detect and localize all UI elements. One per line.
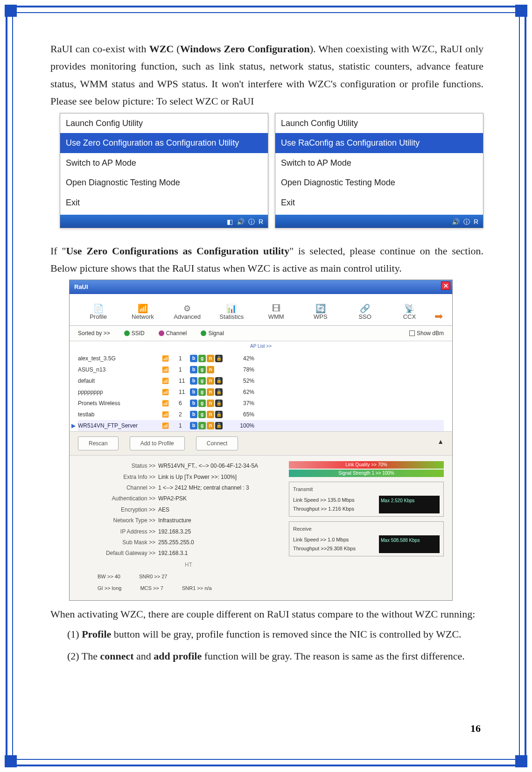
- text-bold: Use Zero Configurations as Configuration…: [66, 245, 289, 257]
- tab-sso[interactable]: 🔗SSO: [343, 299, 387, 325]
- mode-badge: n: [207, 400, 214, 407]
- signal-bar: [257, 412, 444, 417]
- ht-gi: GI >> long: [98, 584, 121, 593]
- tx-throughput: Throughput >> 1.216 Kbps: [293, 505, 374, 513]
- aplist-label: AP List >>: [70, 341, 452, 351]
- network-row[interactable]: testlab📶2bgn🔒65%: [78, 409, 444, 420]
- menu-item[interactable]: Launch Config Utility: [60, 113, 268, 133]
- mode-badge: b: [190, 411, 197, 418]
- text: and: [134, 650, 154, 662]
- network-row[interactable]: pppppppp📶11bgn🔒62%: [78, 386, 444, 398]
- network-row[interactable]: Pronets Wireless📶6bgn🔒37%: [78, 398, 444, 409]
- difference-list: (1) Profile button will be gray, profile…: [64, 625, 483, 665]
- menu-item[interactable]: Exit: [60, 193, 268, 213]
- checkbox-label: Show dBm: [417, 329, 444, 338]
- tab-network[interactable]: 📶Network: [120, 299, 165, 325]
- antenna-icon: 📶: [162, 387, 179, 397]
- tab-wmm[interactable]: 🎞WMM: [254, 299, 298, 325]
- sort-signal-radio[interactable]: Signal: [201, 329, 224, 338]
- page-number: 16: [470, 723, 481, 735]
- show-dbm-check[interactable]: Show dBm: [409, 329, 444, 338]
- checkbox-icon: [409, 330, 415, 336]
- text: (: [174, 43, 180, 55]
- link-quality-bar: Link Quality >> 70%: [289, 461, 444, 469]
- mode-badge: 🔒: [215, 400, 223, 407]
- add-to-profile-button[interactable]: Add to Profile: [130, 436, 185, 450]
- mode-badge: b: [190, 377, 197, 385]
- page-content: RaUI can co-exist with WZC (Windows Zero…: [50, 40, 483, 670]
- signal-percent: 42%: [237, 354, 257, 363]
- window-title: RaUI: [74, 283, 88, 290]
- raui-window: RaUI ✕ 📄Profile 📶Network ⚙Advanced 📊Stat…: [69, 280, 453, 600]
- menu-item[interactable]: Launch Config Utility: [275, 113, 483, 133]
- channel-value: 2: [179, 410, 190, 419]
- network-row[interactable]: ASUS_n13📶1bgn78%: [78, 364, 444, 375]
- radio-icon: [159, 330, 164, 336]
- tab-label: Network: [132, 313, 154, 320]
- sort-label: Sorted by >>: [78, 329, 110, 338]
- menu-item-selected[interactable]: Use RaConfig as Configuration Utility: [275, 133, 483, 153]
- menu-item[interactable]: Open Diagnostic Testing Mode: [60, 173, 268, 193]
- menu-item-selected[interactable]: Use Zero Configuration as Configuration …: [60, 133, 268, 153]
- menu-item[interactable]: Exit: [275, 193, 483, 213]
- connect-button[interactable]: Connect: [196, 436, 238, 450]
- signal-percent: 62%: [237, 387, 257, 397]
- sort-bar: Sorted by >> SSID Channel Signal Show dB…: [70, 326, 452, 341]
- menu-item[interactable]: Switch to AP Mode: [275, 153, 483, 173]
- tx-linkspeed: Link Speed >> 135.0 Mbps: [293, 496, 374, 505]
- mode-badge: b: [190, 400, 197, 407]
- mode-badge: g: [198, 411, 206, 418]
- sort-channel-radio[interactable]: Channel: [159, 329, 187, 338]
- network-list: alex_test_3.5G📶1bgn🔒42%ASUS_n13📶1bgn78%d…: [70, 351, 452, 431]
- close-icon[interactable]: ✕: [441, 281, 450, 290]
- detail-value: WR514VN_FT.. <--> 00-06-4F-12-34-5A: [158, 461, 280, 470]
- tab-profile[interactable]: 📄Profile: [76, 299, 120, 325]
- tab-wps[interactable]: 🔄WPS: [298, 299, 343, 325]
- ht-value: long: [112, 585, 122, 591]
- arrow-right-icon[interactable]: ➡: [432, 308, 446, 325]
- context-menu-left: Launch Config Utility Use Zero Configura…: [60, 113, 268, 228]
- collapse-icon[interactable]: ▲: [437, 436, 444, 450]
- tab-label: WMM: [268, 313, 284, 320]
- tab-statistics[interactable]: 📊Statistics: [210, 299, 254, 325]
- paragraph-middle: If "Use Zero Configurations as Configura…: [50, 242, 483, 277]
- ht-value: 40: [115, 574, 120, 579]
- receive-box: Receive Link Speed >> 1.0 Mbps Throughpu…: [289, 521, 444, 556]
- antenna-icon: 📶: [162, 354, 179, 363]
- box-title: Receive: [293, 525, 440, 533]
- tab-label: CCX: [403, 313, 416, 320]
- detail-label: IP Address >>: [98, 527, 158, 536]
- tx-spark-chart: Max 2.520 Kbps: [379, 496, 440, 513]
- sort-ssid-radio[interactable]: SSID: [124, 329, 145, 338]
- channel-value: 11: [179, 387, 190, 397]
- tab-label: Advanced: [174, 313, 201, 320]
- channel-value: 11: [179, 376, 190, 386]
- stats-icon: 📊: [210, 302, 254, 312]
- menu-item[interactable]: Switch to AP Mode: [60, 153, 268, 173]
- text-bold: Windows Zero Configuration: [180, 43, 310, 55]
- ht-row: BW >> 40 SNR0 >> 27: [98, 572, 280, 581]
- rescan-button[interactable]: Rescan: [78, 436, 119, 450]
- mode-badge: b: [190, 366, 197, 373]
- network-row[interactable]: alex_test_3.5G📶1bgn🔒42%: [78, 353, 444, 364]
- channel-value: 1: [179, 365, 190, 374]
- context-menus-row: Launch Config Utility Use Zero Configura…: [60, 113, 483, 228]
- rx-throughput: Throughput >>29.308 Kbps: [293, 544, 374, 553]
- mode-badge: n: [207, 411, 214, 418]
- detail-value: AES: [158, 505, 280, 514]
- signal-percent: 100%: [237, 421, 257, 430]
- tab-advanced[interactable]: ⚙Advanced: [165, 299, 210, 325]
- mode-badge: n: [207, 388, 214, 396]
- text: If ": [50, 245, 66, 257]
- tray-icons: ◧ 🔊 ⓘ R: [227, 217, 264, 228]
- radio-icon: [201, 330, 206, 336]
- network-row[interactable]: ▶WR514VN_FTP_Server📶1bgn🔒100%: [78, 420, 444, 431]
- menu-item[interactable]: Open Diagnostic Testing Mode: [275, 173, 483, 193]
- sso-icon: 🔗: [343, 302, 387, 312]
- network-name: ASUS_n13: [78, 365, 162, 374]
- antenna-icon: 📶: [162, 421, 179, 430]
- text-bold: Profile: [82, 628, 111, 640]
- tab-ccx[interactable]: 📡CCX: [387, 299, 432, 325]
- network-row[interactable]: default📶11bgn🔒52%: [78, 375, 444, 386]
- detail-label: Extra Info >>: [98, 472, 158, 482]
